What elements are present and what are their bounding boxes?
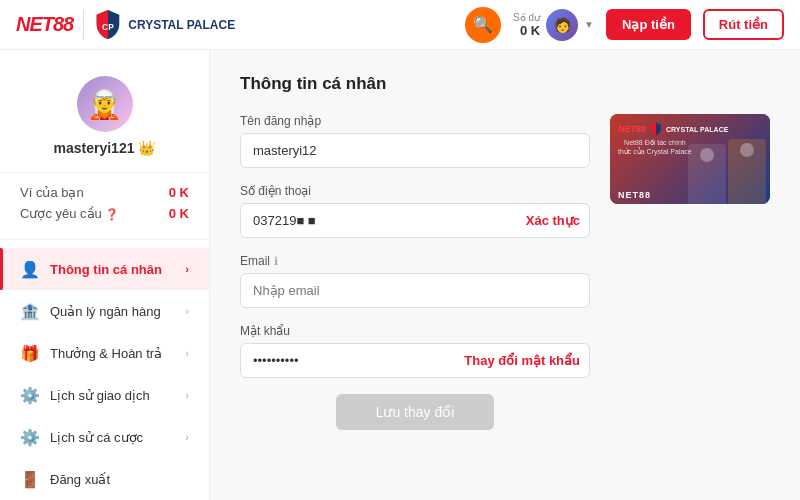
main-content: 🧝 masteryi121 👑 Ví của bạn 0 K Cược yêu … [0,50,800,500]
banner-cp-icon [650,122,662,136]
gift-icon: 🎁 [20,343,40,363]
wallet-stat: Ví của bạn 0 K [20,185,189,200]
email-info-icon: ℹ [274,255,278,268]
bet-info-icon: ❓ [105,208,119,220]
wallet-label: Ví của bạn [20,185,84,200]
sidebar-item-label: Thưởng & Hoàn trả [50,346,162,361]
sidebar-item-logout[interactable]: 🚪 Đăng xuất [0,458,209,500]
save-button[interactable]: Lưu thay đổi [336,394,495,430]
chevron-down-icon: ▼ [584,19,594,30]
phone-input-wrapper: Xác thực [240,203,590,238]
history-icon: ⚙️ [20,385,40,405]
form-content: Tên đăng nhập Số điện thoại Xác thực Ema… [240,114,590,430]
crystal-palace-name: CRYSTAL PALACE [128,18,235,32]
bank-icon: 🏦 [20,301,40,321]
banner-image: NET88 CRYSTAL PALACE Net88 Đối tác chính… [610,114,770,204]
sidebar-stats: Ví của bạn 0 K Cược yêu cầu ❓ 0 K [0,173,209,240]
sidebar-username: masteryi121 👑 [54,140,156,156]
chevron-right-icon: › [185,305,189,317]
sidebar-item-label: Lịch sử cá cược [50,430,143,445]
balance-info: Số dư 0 K [513,12,540,38]
phone-field-row: Số điện thoại Xác thực [240,184,590,238]
bet-stat: Cược yêu cầu ❓ 0 K [20,206,189,221]
bet-value: 0 K [169,206,189,221]
sidebar-item-transaction-history[interactable]: ⚙️ Lịch sử giao dịch › [0,374,209,416]
sidebar-item-label: Đăng xuất [50,472,110,487]
bet-history-icon: ⚙️ [20,427,40,447]
sidebar-item-bet-history[interactable]: ⚙️ Lịch sử cá cược › [0,416,209,458]
search-button[interactable]: 🔍 [465,7,501,43]
content-area: Thông tin cá nhân NET88 CRYSTAL PALACE N… [210,50,800,500]
sidebar-user: 🧝 masteryi121 👑 [0,66,209,173]
crown-icon: 👑 [138,140,155,156]
header-avatar: 🧑 [546,9,578,41]
cp-shield-icon: CP [94,9,122,41]
chevron-right-icon: › [185,431,189,443]
chevron-right-icon: › [185,389,189,401]
verify-button[interactable]: Xác thực [526,213,580,228]
section-title: Thông tin cá nhân [240,74,770,94]
sidebar-avatar: 🧝 [77,76,133,132]
balance-display[interactable]: Số dư 0 K 🧑 ▼ [513,9,594,41]
sidebar-item-rewards[interactable]: 🎁 Thưởng & Hoàn trả › [0,332,209,374]
balance-amount: 0 K [513,23,540,38]
sidebar-item-label: Quản lý ngân hàng [50,304,161,319]
bet-label: Cược yêu cầu ❓ [20,206,119,221]
change-password-button[interactable]: Thay đổi mật khẩu [464,353,580,368]
logout-icon: 🚪 [20,469,40,489]
wallet-value: 0 K [169,185,189,200]
chevron-right-icon: › [185,347,189,359]
phone-label: Số điện thoại [240,184,590,198]
header: NET88 CP CRYSTAL PALACE 🔍 Số dư 0 K 🧑 ▼ … [0,0,800,50]
password-input-wrapper: Thay đổi mật khẩu [240,343,590,378]
net88-logo: NET88 [16,13,73,36]
sidebar-item-personal-info[interactable]: 👤 Thông tin cá nhân › [0,248,209,290]
sidebar: 🧝 masteryi121 👑 Ví của bạn 0 K Cược yêu … [0,50,210,500]
sidebar-nav: 👤 Thông tin cá nhân › 🏦 Quản lý ngân hàn… [0,240,209,500]
header-divider [83,10,84,40]
username-input[interactable] [240,133,590,168]
password-label: Mật khẩu [240,324,590,338]
header-logo: NET88 CP CRYSTAL PALACE [16,9,235,41]
withdraw-button[interactable]: Rút tiền [703,9,784,40]
password-field-row: Mật khẩu Thay đổi mật khẩu [240,324,590,378]
username-label: Tên đăng nhập [240,114,590,128]
sidebar-item-bank-management[interactable]: 🏦 Quản lý ngân hàng › [0,290,209,332]
balance-label: Số dư [513,12,540,23]
crystal-palace-logo: CP CRYSTAL PALACE [94,9,235,41]
username-field-row: Tên đăng nhập [240,114,590,168]
email-field-row: Email ℹ [240,254,590,308]
email-input[interactable] [240,273,590,308]
svg-text:CP: CP [102,21,114,31]
deposit-button[interactable]: Nạp tiền [606,9,691,40]
personal-info-icon: 👤 [20,259,40,279]
sidebar-item-label: Thông tin cá nhân [50,262,162,277]
sidebar-item-label: Lịch sử giao dịch [50,388,150,403]
email-label: Email ℹ [240,254,590,268]
banner-inner: NET88 CRYSTAL PALACE Net88 Đối tác chính… [610,114,770,204]
chevron-right-icon: › [185,263,189,275]
